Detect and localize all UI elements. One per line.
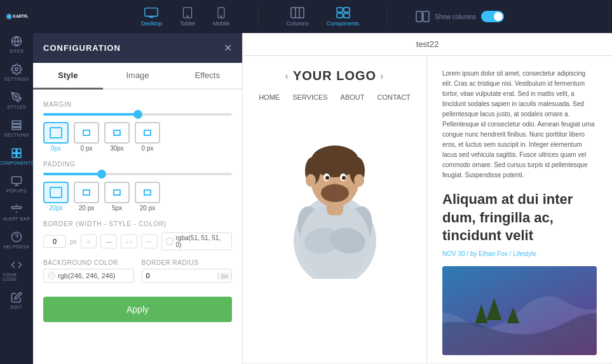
border-radius-label: BORDER RADIUS (142, 259, 233, 266)
border-row: px ○ — - - ··· rgba(51, 51, 51, 0) (43, 233, 232, 250)
svg-point-52 (306, 174, 316, 187)
svg-point-1 (7, 14, 11, 18)
tab-effects[interactable]: Effects (172, 63, 242, 90)
border-color-value: rgba(51, 51, 51, 0) (176, 234, 228, 248)
top-bar: Desktop Tablet Mobile Columns Components… (33, 0, 612, 33)
border-style-dashed[interactable]: - - (121, 234, 137, 248)
article-meta: NOV 30 / by Ethan Fox / Lifestyle (442, 250, 597, 257)
border-radius-input[interactable] (142, 269, 218, 282)
canvas-right: Lorem ipsum dolor sit amet, consectetur … (427, 56, 612, 363)
padding-box-icon-3[interactable] (135, 182, 160, 203)
padding-val-0: 20px (49, 205, 63, 212)
sidebar-item-helpdesk[interactable]: HELPDESK (0, 226, 33, 254)
sidebar-item-edit[interactable]: EDIT (0, 286, 33, 314)
body-text: Lorem ipsum dolor sit amet, consectetur … (442, 69, 597, 180)
config-body: MARGIN 0px 0 px 30px (33, 90, 242, 364)
margin-box-icon-2[interactable] (104, 122, 130, 144)
logo-text: YOUR LOGO (293, 69, 376, 83)
padding-label: PADDING (43, 161, 232, 168)
border-style-solid[interactable]: — (100, 234, 117, 248)
separator-2 (387, 7, 388, 26)
margin-box-0: 0px (43, 122, 69, 152)
page-title-bar: test22 (243, 33, 612, 56)
canvas-nav: HOME SERVICES ABOUT CONTACT (259, 93, 411, 101)
border-width-input[interactable] (43, 235, 66, 248)
sidebar-item-settings[interactable]: SETTINGS (0, 58, 33, 86)
svg-rect-31 (344, 13, 350, 18)
margin-box-icon-0[interactable] (43, 122, 69, 144)
canvas-left: ‹ YOUR LOGO › HOME SERVICES ABOUT CONTAC… (243, 56, 427, 363)
bg-color-label: BACKGROUND COLOR (43, 259, 134, 266)
config-close-btn[interactable]: ✕ (224, 42, 232, 54)
svg-rect-10 (12, 149, 16, 152)
padding-boxes: 20px 20 px 5px 20 px (43, 182, 232, 212)
apply-button[interactable]: Apply (43, 297, 232, 322)
border-color-swatch[interactable]: rgba(51, 51, 51, 0) (161, 233, 232, 250)
sidebar-item-components[interactable]: COMPONENTS (0, 142, 33, 170)
border-label: BORDER (WIDTH - STYLE - COLOR) (43, 220, 232, 227)
padding-slider[interactable] (43, 173, 232, 175)
sidebar-item-your-code[interactable]: YOUR CODE (0, 254, 33, 286)
svg-rect-7 (12, 121, 21, 123)
sidebar-item-alert-bar[interactable]: ALERT BAR (0, 198, 33, 226)
bg-color-swatch[interactable]: rgb(246, 246, 246) (43, 269, 134, 283)
desktop-btn[interactable]: Desktop (133, 3, 170, 30)
padding-val-1: 20 px (79, 205, 94, 212)
svg-rect-25 (291, 8, 304, 18)
nav-contact[interactable]: CONTACT (377, 93, 410, 101)
border-style-dotted[interactable]: ··· (141, 234, 158, 248)
nav-about[interactable]: ABOUT (341, 93, 365, 101)
person-svg (275, 114, 395, 279)
mobile-btn[interactable]: Mobile (205, 3, 238, 30)
padding-slider-row (43, 173, 232, 175)
padding-val-3: 20 px (140, 205, 155, 212)
padding-box-icon-2[interactable] (104, 182, 130, 203)
tablet-btn[interactable]: Tablet (172, 3, 203, 30)
left-sidebar: KARTRA SITES SETTINGS STYLES SECTIONS CO… (0, 0, 33, 364)
margin-box-icon-1[interactable] (74, 122, 99, 144)
margin-box-icon-3[interactable] (135, 122, 160, 144)
svg-point-22 (187, 15, 188, 17)
padding-box-icon-1[interactable] (74, 182, 99, 203)
svg-rect-29 (344, 8, 350, 12)
sidebar-item-popups[interactable]: POPUPS (0, 170, 33, 198)
show-columns-toggle[interactable] (481, 11, 504, 22)
sidebar-item-sections[interactable]: SECTIONS (0, 114, 33, 142)
article-title: Aliquam at dui inter dum, fringilla ac, … (442, 191, 597, 245)
margin-box-1: 0 px (74, 122, 99, 152)
components-btn[interactable]: Components (319, 3, 367, 30)
config-panel: CONFIGURATION ✕ Style Image Effects MARG… (33, 33, 243, 364)
bg-radius-row: BACKGROUND COLOR rgb(246, 246, 246) BORD… (43, 259, 232, 283)
nav-home[interactable]: HOME (259, 93, 280, 101)
svg-point-24 (221, 15, 222, 17)
svg-point-48 (342, 176, 346, 180)
columns-btn[interactable]: Columns (279, 3, 317, 30)
layout-tools: Columns Components (279, 3, 367, 30)
svg-rect-13 (17, 154, 21, 158)
tab-image[interactable]: Image (103, 63, 173, 90)
config-title: CONFIGURATION (43, 43, 121, 53)
tab-style[interactable]: Style (33, 63, 103, 90)
padding-box-2: 5px (104, 182, 130, 212)
svg-rect-30 (337, 13, 343, 18)
margin-slider[interactable] (43, 113, 232, 116)
show-columns-btn[interactable]: Show columns (408, 7, 512, 26)
svg-rect-11 (17, 149, 21, 152)
sidebar-item-sites[interactable]: SITES (0, 30, 33, 58)
article-image (442, 266, 597, 355)
person-figure (271, 114, 398, 279)
svg-rect-14 (12, 177, 22, 184)
margin-label: MARGIN (43, 101, 232, 108)
border-style-none[interactable]: ○ (81, 234, 97, 248)
nav-services[interactable]: SERVICES (292, 93, 327, 101)
border-radius-unit: px (217, 273, 231, 280)
padding-box-1: 20 px (74, 182, 99, 212)
separator-1 (258, 7, 259, 26)
margin-val-1: 0 px (81, 145, 93, 152)
sidebar-item-styles[interactable]: STYLES (0, 86, 33, 114)
margin-box-3: 0 px (135, 122, 160, 152)
logo-right-arrow: › (380, 71, 384, 82)
svg-rect-18 (145, 8, 158, 16)
bg-color-value: rgb(246, 246, 246) (58, 272, 116, 280)
padding-box-icon-0[interactable] (43, 182, 69, 203)
